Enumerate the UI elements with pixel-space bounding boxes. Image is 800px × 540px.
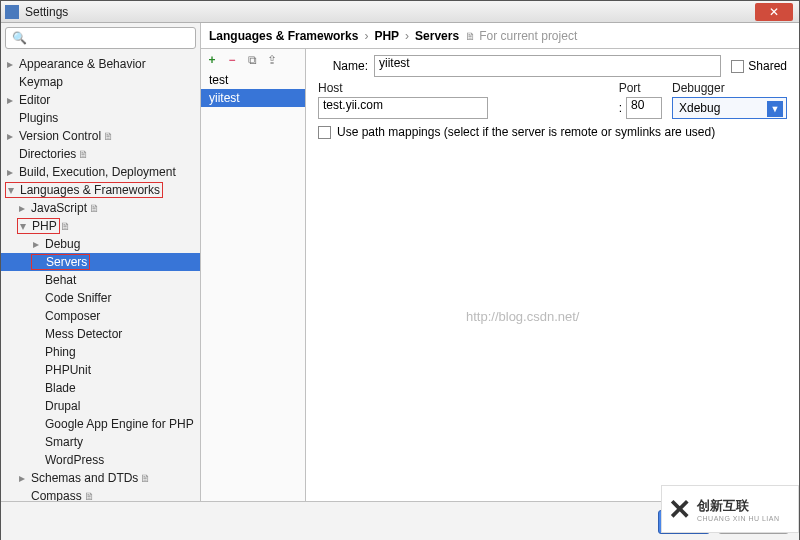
tree-item[interactable]: ▸Build, Execution, Deployment: [1, 163, 200, 181]
tree-item[interactable]: Mess Detector: [1, 325, 200, 343]
copy-button[interactable]: ⧉: [245, 53, 259, 67]
tree-item[interactable]: Smarty: [1, 433, 200, 451]
logo-icon: ✕: [668, 493, 691, 526]
tree-item[interactable]: Behat: [1, 271, 200, 289]
breadcrumb-b[interactable]: PHP: [374, 29, 399, 43]
tree-item[interactable]: Drupal: [1, 397, 200, 415]
host-field[interactable]: test.yii.com: [318, 97, 488, 119]
host-label: Host: [318, 81, 609, 95]
port-field[interactable]: 80: [626, 97, 662, 119]
tree-item[interactable]: Compass 🗎: [1, 487, 200, 501]
pathmap-label: Use path mappings (select if the server …: [337, 125, 715, 139]
tree-item[interactable]: ▸Schemas and DTDs 🗎: [1, 469, 200, 487]
tree-item[interactable]: Phing: [1, 343, 200, 361]
titlebar[interactable]: Settings ✕: [1, 1, 799, 23]
tree-item[interactable]: Google App Engine for PHP: [1, 415, 200, 433]
list-item[interactable]: test: [201, 71, 305, 89]
port-label: Port: [619, 81, 662, 95]
breadcrumb: Languages & Frameworks › PHP › Servers 🗎…: [201, 23, 799, 49]
list-item[interactable]: yiitest: [201, 89, 305, 107]
tree-item[interactable]: Servers: [1, 253, 200, 271]
tree-item[interactable]: ▸Version Control 🗎: [1, 127, 200, 145]
tree-item[interactable]: ▾Languages & Frameworks: [1, 181, 200, 199]
tree-item[interactable]: ▸Editor: [1, 91, 200, 109]
overlay-logo: ✕ 创新互联 CHUANG XIN HU LIAN: [661, 485, 799, 533]
port-sep: :: [619, 101, 622, 115]
content: 🔍 ▸Appearance & BehaviorKeymap▸EditorPlu…: [1, 23, 799, 501]
settings-window: Settings ✕ 🔍 ▸Appearance & BehaviorKeyma…: [0, 0, 800, 540]
tree-item[interactable]: Blade: [1, 379, 200, 397]
import-button[interactable]: ⇪: [265, 53, 279, 67]
debugger-label: Debugger: [672, 81, 787, 95]
search-input[interactable]: 🔍: [5, 27, 196, 49]
tree-item[interactable]: ▸JavaScript 🗎: [1, 199, 200, 217]
server-form: Name: yiitest Shared Host test.yii.com: [306, 49, 799, 501]
breadcrumb-c[interactable]: Servers: [415, 29, 459, 43]
settings-tree[interactable]: ▸Appearance & BehaviorKeymap▸EditorPlugi…: [1, 53, 200, 501]
breadcrumb-sep: ›: [405, 29, 409, 43]
shared-checkbox[interactable]: [731, 60, 744, 73]
watermark: http://blog.csdn.net/: [466, 309, 579, 324]
remove-button[interactable]: −: [225, 53, 239, 67]
project-hint: 🗎 For current project: [465, 29, 577, 43]
window-title: Settings: [25, 5, 755, 19]
chevron-down-icon: ▼: [767, 101, 783, 117]
server-list[interactable]: testyiitest: [201, 71, 305, 107]
add-button[interactable]: +: [205, 53, 219, 67]
server-list-column: + − ⧉ ⇪ testyiitest: [201, 49, 306, 501]
shared-label: Shared: [748, 59, 787, 73]
tree-item[interactable]: ▸Appearance & Behavior: [1, 55, 200, 73]
tree-item[interactable]: Keymap: [1, 73, 200, 91]
pathmap-checkbox[interactable]: [318, 126, 331, 139]
main-panel: Languages & Frameworks › PHP › Servers 🗎…: [201, 23, 799, 501]
tree-item[interactable]: Code Sniffer: [1, 289, 200, 307]
name-field[interactable]: yiitest: [374, 55, 721, 77]
sidebar: 🔍 ▸Appearance & BehaviorKeymap▸EditorPlu…: [1, 23, 201, 501]
tree-item[interactable]: Composer: [1, 307, 200, 325]
tree-item[interactable]: ▾PHP 🗎: [1, 217, 200, 235]
close-button[interactable]: ✕: [755, 3, 793, 21]
tree-item[interactable]: ▸Debug: [1, 235, 200, 253]
tree-item[interactable]: PHPUnit: [1, 361, 200, 379]
tree-item[interactable]: WordPress: [1, 451, 200, 469]
debugger-select[interactable]: Xdebug ▼: [672, 97, 787, 119]
app-icon: [5, 5, 19, 19]
name-label: Name:: [318, 59, 368, 73]
list-toolbar: + − ⧉ ⇪: [201, 49, 305, 71]
tree-item[interactable]: Plugins: [1, 109, 200, 127]
breadcrumb-sep: ›: [364, 29, 368, 43]
search-icon: 🔍: [12, 31, 27, 45]
tree-item[interactable]: Directories 🗎: [1, 145, 200, 163]
breadcrumb-a[interactable]: Languages & Frameworks: [209, 29, 358, 43]
body: + − ⧉ ⇪ testyiitest Name: yiitest Shared: [201, 49, 799, 501]
